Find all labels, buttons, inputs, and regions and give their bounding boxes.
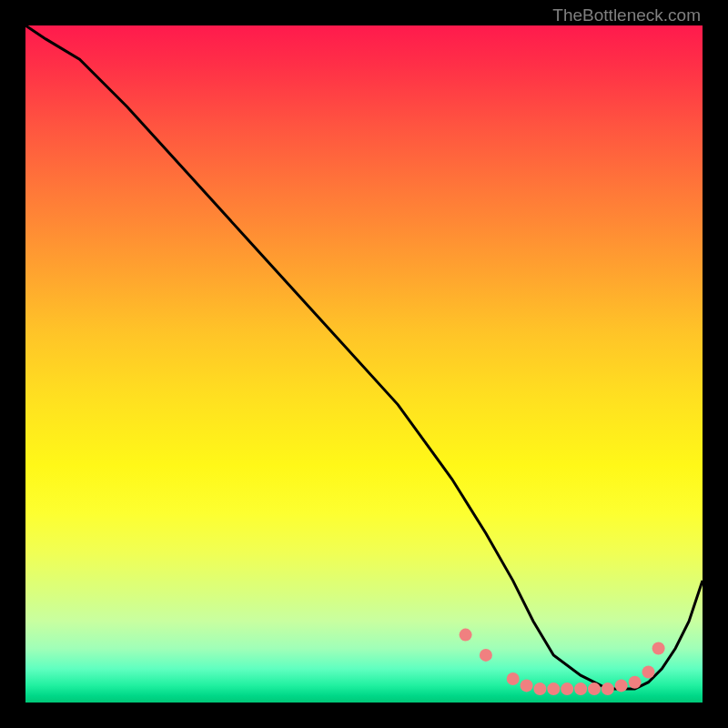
curve-svg [25,25,703,703]
marker-dot [507,672,520,685]
marker-dot [615,679,628,692]
marker-dot [561,682,573,695]
marker-dot [460,629,472,642]
bottleneck-curve [25,25,703,689]
chart-container: TheBottleneck.com [0,0,728,728]
marker-dot [574,682,587,695]
marker-dot [480,649,492,662]
marker-dot [533,682,546,695]
marker-dot [629,676,642,689]
marker-dot [588,682,601,695]
marker-dot [602,682,614,695]
marker-dot [547,682,560,695]
marker-dot [642,666,655,679]
marker-dot [521,679,533,692]
watermark-text: TheBottleneck.com [552,5,701,25]
marker-dot [652,642,665,655]
plot-area [25,25,703,703]
